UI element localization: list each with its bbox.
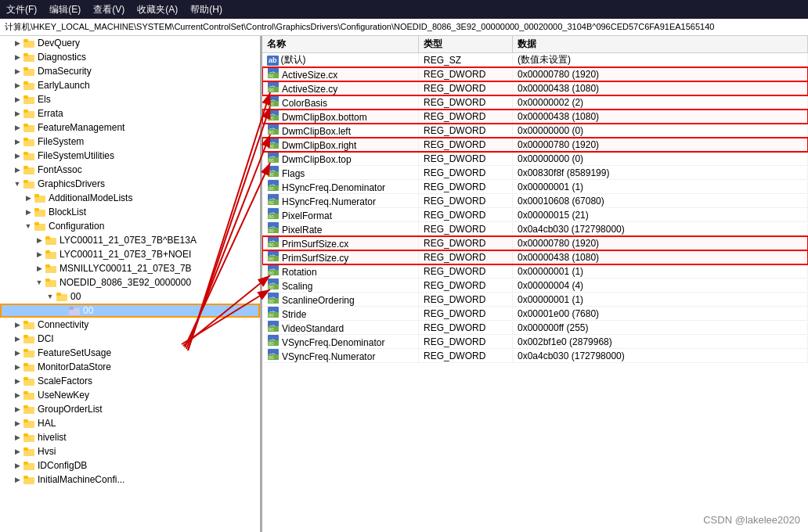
tree-item-initialmachine[interactable]: ▶ InitialMachineConfi... xyxy=(0,473,260,487)
value-type: REG_DWORD xyxy=(419,153,513,165)
tree-item-additionalmodelists[interactable]: ▶ AdditionalModeLists xyxy=(0,191,260,205)
svg-text:00: 00 xyxy=(269,144,274,149)
tree-item-msnillyc[interactable]: ▶ MSNILLYC00011_21_07E3_7B xyxy=(0,261,260,275)
value-row[interactable]: ab 00 ColorBasis REG_DWORD 0x00000002 (2… xyxy=(262,95,808,110)
value-row[interactable]: ab 00 Stride REG_DWORD 0x00001e00 (7680) xyxy=(262,307,808,321)
svg-rect-15 xyxy=(23,138,28,141)
tree-item-featuremanagement[interactable]: ▶ FeatureManagement xyxy=(0,120,260,135)
expand-icon[interactable]: ▶ xyxy=(11,361,23,373)
tree-item-connectivity[interactable]: ▶ Connectivity xyxy=(0,318,260,332)
tree-item-diagnostics[interactable]: ▶ Diagnostics xyxy=(0,50,260,64)
expand-icon[interactable]: ▶ xyxy=(11,93,23,106)
value-row[interactable]: ab 00 PrimSurfSize.cy REG_DWORD 0x000004… xyxy=(262,250,808,264)
expand-icon[interactable]: ▼ xyxy=(33,276,45,289)
tree-label: 00 xyxy=(70,291,81,302)
value-row[interactable]: ab 00 Flags REG_DWORD 0x00830f8f (858919… xyxy=(262,166,808,180)
tree-item-dci[interactable]: ▶ DCI xyxy=(0,332,260,346)
expand-icon[interactable]: ▶ xyxy=(33,248,45,261)
tree-item-filesystemutilities[interactable]: ▶ FileSystemUtilities xyxy=(0,149,260,163)
expand-icon[interactable]: ▶ xyxy=(11,431,23,444)
value-row[interactable]: ab 00 DwmClipBox.bottom REG_DWORD 0x0000… xyxy=(262,110,808,124)
value-row[interactable]: ab 00 DwmClipBox.top REG_DWORD 0x0000000… xyxy=(262,152,808,166)
menu-item-view[interactable]: 查看(V) xyxy=(93,3,124,16)
tree-item-dmasecurity[interactable]: ▶ DmaSecurity xyxy=(0,64,260,78)
tree-item-els[interactable]: ▶ Els xyxy=(0,92,260,106)
tree-item-n00[interactable]: ▼ 00 xyxy=(0,289,260,304)
value-row[interactable]: ab 00 VSyncFreq.Denominator REG_DWORD 0x… xyxy=(262,335,808,349)
expand-icon[interactable]: ▶ xyxy=(11,51,23,63)
tree-item-fontassoc[interactable]: ▶ FontAssoc xyxy=(0,163,260,177)
tree-item-noedid[interactable]: ▼ NOEDID_8086_3E92_0000000 xyxy=(0,275,260,289)
value-row[interactable]: ab 00 PrimSurfSize.cx REG_DWORD 0x000007… xyxy=(262,236,808,250)
tree-item-hvsi[interactable]: ▶ Hvsi xyxy=(0,444,260,458)
tree-item-usenewkey[interactable]: ▶ UseNewKey xyxy=(0,388,260,402)
folder-icon xyxy=(23,137,36,146)
tree-item-blocklist[interactable]: ▶ BlockList xyxy=(0,205,260,219)
tree-item-n00_00[interactable]: 00 xyxy=(0,304,260,318)
expand-icon[interactable]: ▶ xyxy=(11,135,23,148)
expand-icon[interactable]: ▶ xyxy=(11,318,23,331)
value-row[interactable]: ab 00 Scaling REG_DWORD 0x00000004 (4) xyxy=(262,279,808,293)
folder-icon xyxy=(23,447,36,456)
expand-icon[interactable]: ▶ xyxy=(11,417,23,430)
expand-icon[interactable]: ▶ xyxy=(11,389,23,401)
expand-icon[interactable]: ▶ xyxy=(11,445,23,458)
expand-icon[interactable]: ▶ xyxy=(11,347,23,359)
expand-icon[interactable]: ▼ xyxy=(44,290,56,303)
menu-item-favorites[interactable]: 收藏夹(A) xyxy=(137,3,178,16)
tree-item-devquery[interactable]: ▶ DevQuery xyxy=(0,36,260,50)
tree-item-errata[interactable]: ▶ Errata xyxy=(0,106,260,120)
value-row[interactable]: ab 00 DwmClipBox.left REG_DWORD 0x000000… xyxy=(262,124,808,138)
expand-icon[interactable]: ▼ xyxy=(11,178,23,190)
expand-icon[interactable]: ▼ xyxy=(22,220,34,232)
menu-item-edit[interactable]: 编辑(E) xyxy=(49,3,81,16)
expand-icon[interactable]: ▶ xyxy=(11,403,23,415)
expand-icon[interactable]: ▶ xyxy=(11,65,23,77)
menu-item-help[interactable]: 帮助(H) xyxy=(190,3,222,16)
value-row[interactable]: ab 00 Rotation REG_DWORD 0x00000001 (1) xyxy=(262,264,808,279)
menu-item-file[interactable]: 文件(F) xyxy=(6,3,37,16)
value-name: ab 00 Scaling xyxy=(262,278,419,293)
svg-rect-9 xyxy=(23,95,28,99)
tree-item-hivelist[interactable]: ▶ hivelist xyxy=(0,430,260,444)
value-row[interactable]: ab 00 ActiveSize.cy REG_DWORD 0x00000438… xyxy=(262,81,808,95)
value-row[interactable]: ab(默认) REG_SZ (数值未设置) xyxy=(262,53,808,67)
expand-icon[interactable]: ▶ xyxy=(22,206,34,218)
expand-icon[interactable]: ▶ xyxy=(33,262,45,275)
tree-item-filesystem[interactable]: ▶ FileSystem xyxy=(0,135,260,149)
tree-item-earlylaunch[interactable]: ▶ EarlyLaunch xyxy=(0,78,260,92)
expand-icon[interactable]: ▶ xyxy=(11,164,23,176)
expand-icon[interactable]: ▶ xyxy=(11,332,23,345)
value-row[interactable]: ab 00 ActiveSize.cx REG_DWORD 0x00000780… xyxy=(262,67,808,81)
expand-icon[interactable]: ▶ xyxy=(11,459,23,472)
tree-item-lyc00011_2[interactable]: ▶ LYC00011_21_07E3_7B+NOEI xyxy=(0,247,260,261)
expand-icon[interactable]: ▶ xyxy=(33,234,45,246)
tree-item-hal[interactable]: ▶ HAL xyxy=(0,416,260,430)
tree-item-scalefactors[interactable]: ▶ ScaleFactors xyxy=(0,374,260,388)
value-row[interactable]: ab 00 PixelRate REG_DWORD 0x0a4cb030 (17… xyxy=(262,222,808,236)
expand-icon[interactable]: ▶ xyxy=(11,473,23,486)
tree-item-monitordatastore[interactable]: ▶ MonitorDataStore xyxy=(0,360,260,374)
tree-item-grouporderlist[interactable]: ▶ GroupOrderList xyxy=(0,402,260,416)
folder-icon xyxy=(23,404,36,414)
expand-icon[interactable]: ▶ xyxy=(11,79,23,92)
value-row[interactable]: ab 00 DwmClipBox.right REG_DWORD 0x00000… xyxy=(262,138,808,152)
expand-icon[interactable]: ▶ xyxy=(11,37,23,49)
tree-item-idconfigdb[interactable]: ▶ IDConfigDB xyxy=(0,458,260,473)
value-row[interactable]: ab 00 ScanlineOrdering REG_DWORD 0x00000… xyxy=(262,293,808,307)
tree-item-lyc00011_1[interactable]: ▶ LYC00011_21_07E3_7B^BE13A xyxy=(0,233,260,247)
tree-item-graphicsdrivers[interactable]: ▼ GraphicsDrivers xyxy=(0,177,260,191)
value-row[interactable]: ab 00 HSyncFreq.Denominator REG_DWORD 0x… xyxy=(262,180,808,194)
value-row[interactable]: ab 00 HSyncFreq.Numerator REG_DWORD 0x00… xyxy=(262,194,808,208)
value-row[interactable]: ab 00 VSyncFreq.Numerator REG_DWORD 0x0a… xyxy=(262,349,808,363)
value-row[interactable]: ab 00 VideoStandard REG_DWORD 0x000000ff… xyxy=(262,321,808,335)
expand-icon[interactable]: ▶ xyxy=(11,121,23,134)
expand-icon[interactable]: ▶ xyxy=(11,107,23,120)
value-row[interactable]: ab 00 PixelFormat REG_DWORD 0x00000015 (… xyxy=(262,208,808,222)
expand-icon[interactable]: ▶ xyxy=(11,375,23,387)
tree-label: NOEDID_8086_3E92_0000000 xyxy=(60,277,191,288)
tree-item-featuresetusage[interactable]: ▶ FeatureSetUsage xyxy=(0,346,260,360)
tree-item-configuration[interactable]: ▼ Configuration xyxy=(0,219,260,233)
expand-icon[interactable]: ▶ xyxy=(22,192,34,204)
expand-icon[interactable]: ▶ xyxy=(11,149,23,162)
